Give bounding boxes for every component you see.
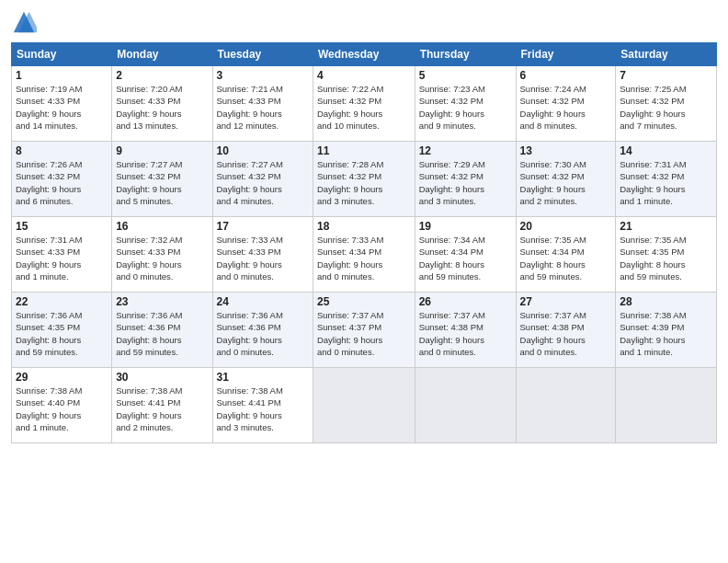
day-number: 17 [217, 220, 309, 233]
calendar-cell: 6Sunrise: 7:24 AM Sunset: 4:32 PM Daylig… [516, 66, 616, 142]
day-number: 16 [116, 220, 208, 233]
day-number: 26 [419, 295, 512, 308]
day-number: 10 [217, 144, 309, 157]
logo-icon [11, 9, 37, 35]
calendar-cell [516, 368, 616, 443]
calendar-header-saturday: Saturday [616, 43, 717, 66]
day-info: Sunrise: 7:34 AM Sunset: 4:34 PM Dayligh… [419, 234, 512, 282]
calendar-cell [415, 368, 516, 443]
day-info: Sunrise: 7:38 AM Sunset: 4:40 PM Dayligh… [16, 385, 108, 433]
day-info: Sunrise: 7:31 AM Sunset: 4:33 PM Dayligh… [16, 234, 108, 282]
day-info: Sunrise: 7:26 AM Sunset: 4:32 PM Dayligh… [16, 158, 108, 207]
day-info: Sunrise: 7:32 AM Sunset: 4:33 PM Dayligh… [116, 234, 208, 282]
calendar-table: SundayMondayTuesdayWednesdayThursdayFrid… [11, 42, 717, 443]
day-info: Sunrise: 7:22 AM Sunset: 4:32 PM Dayligh… [317, 83, 411, 132]
calendar-cell: 11Sunrise: 7:28 AM Sunset: 4:32 PM Dayli… [313, 142, 415, 217]
logo [11, 9, 40, 35]
header [11, 9, 717, 35]
calendar-cell: 31Sunrise: 7:38 AM Sunset: 4:41 PM Dayli… [212, 368, 313, 443]
day-number: 11 [317, 144, 411, 157]
day-number: 22 [16, 295, 108, 308]
calendar-header-tuesday: Tuesday [212, 43, 313, 66]
day-number: 24 [217, 295, 309, 308]
day-info: Sunrise: 7:23 AM Sunset: 4:32 PM Dayligh… [419, 83, 512, 132]
calendar-cell: 3Sunrise: 7:21 AM Sunset: 4:33 PM Daylig… [212, 66, 313, 142]
day-info: Sunrise: 7:20 AM Sunset: 4:33 PM Dayligh… [116, 83, 208, 132]
calendar-header-wednesday: Wednesday [313, 43, 415, 66]
calendar-cell: 9Sunrise: 7:27 AM Sunset: 4:32 PM Daylig… [112, 142, 212, 217]
calendar-cell: 25Sunrise: 7:37 AM Sunset: 4:37 PM Dayli… [313, 293, 415, 368]
day-number: 8 [16, 144, 108, 157]
day-number: 20 [520, 220, 612, 233]
day-info: Sunrise: 7:21 AM Sunset: 4:33 PM Dayligh… [217, 83, 309, 132]
day-info: Sunrise: 7:35 AM Sunset: 4:34 PM Dayligh… [520, 234, 612, 282]
day-info: Sunrise: 7:35 AM Sunset: 4:35 PM Dayligh… [620, 234, 712, 282]
day-info: Sunrise: 7:37 AM Sunset: 4:38 PM Dayligh… [520, 309, 612, 358]
calendar-cell: 14Sunrise: 7:31 AM Sunset: 4:32 PM Dayli… [616, 142, 717, 217]
day-number: 1 [16, 69, 108, 82]
day-number: 12 [419, 144, 512, 157]
day-number: 19 [419, 220, 512, 233]
calendar-cell: 30Sunrise: 7:38 AM Sunset: 4:41 PM Dayli… [112, 368, 212, 443]
calendar-week-3: 15Sunrise: 7:31 AM Sunset: 4:33 PM Dayli… [12, 217, 717, 293]
day-number: 3 [217, 69, 309, 82]
calendar-cell: 4Sunrise: 7:22 AM Sunset: 4:32 PM Daylig… [313, 66, 415, 142]
calendar-week-2: 8Sunrise: 7:26 AM Sunset: 4:32 PM Daylig… [12, 142, 717, 217]
calendar-body: 1Sunrise: 7:19 AM Sunset: 4:33 PM Daylig… [12, 66, 717, 443]
day-number: 14 [620, 144, 712, 157]
day-info: Sunrise: 7:38 AM Sunset: 4:39 PM Dayligh… [620, 309, 712, 358]
day-info: Sunrise: 7:28 AM Sunset: 4:32 PM Dayligh… [317, 158, 411, 207]
calendar-cell: 7Sunrise: 7:25 AM Sunset: 4:32 PM Daylig… [616, 66, 717, 142]
calendar-cell: 8Sunrise: 7:26 AM Sunset: 4:32 PM Daylig… [12, 142, 112, 217]
calendar-cell: 2Sunrise: 7:20 AM Sunset: 4:33 PM Daylig… [112, 66, 212, 142]
day-number: 13 [520, 144, 612, 157]
day-number: 23 [116, 295, 208, 308]
calendar-cell [313, 368, 415, 443]
day-number: 27 [520, 295, 612, 308]
main-container: SundayMondayTuesdayWednesdayThursdayFrid… [0, 0, 728, 451]
day-info: Sunrise: 7:38 AM Sunset: 4:41 PM Dayligh… [116, 385, 208, 433]
calendar-cell: 10Sunrise: 7:27 AM Sunset: 4:32 PM Dayli… [212, 142, 313, 217]
calendar-cell: 20Sunrise: 7:35 AM Sunset: 4:34 PM Dayli… [516, 217, 616, 293]
calendar-cell: 27Sunrise: 7:37 AM Sunset: 4:38 PM Dayli… [516, 293, 616, 368]
day-number: 9 [116, 144, 208, 157]
day-info: Sunrise: 7:27 AM Sunset: 4:32 PM Dayligh… [116, 158, 208, 207]
day-number: 18 [317, 220, 411, 233]
calendar-cell: 28Sunrise: 7:38 AM Sunset: 4:39 PM Dayli… [616, 293, 717, 368]
day-number: 30 [116, 371, 208, 384]
day-number: 15 [16, 220, 108, 233]
day-info: Sunrise: 7:33 AM Sunset: 4:33 PM Dayligh… [217, 234, 309, 282]
day-number: 7 [620, 69, 712, 82]
calendar-cell: 19Sunrise: 7:34 AM Sunset: 4:34 PM Dayli… [415, 217, 516, 293]
calendar-week-5: 29Sunrise: 7:38 AM Sunset: 4:40 PM Dayli… [12, 368, 717, 443]
calendar-header-friday: Friday [516, 43, 616, 66]
calendar-cell: 29Sunrise: 7:38 AM Sunset: 4:40 PM Dayli… [12, 368, 112, 443]
day-info: Sunrise: 7:33 AM Sunset: 4:34 PM Dayligh… [317, 234, 411, 282]
day-info: Sunrise: 7:29 AM Sunset: 4:32 PM Dayligh… [419, 158, 512, 207]
day-number: 2 [116, 69, 208, 82]
calendar-cell: 1Sunrise: 7:19 AM Sunset: 4:33 PM Daylig… [12, 66, 112, 142]
day-info: Sunrise: 7:36 AM Sunset: 4:35 PM Dayligh… [16, 309, 108, 358]
day-info: Sunrise: 7:19 AM Sunset: 4:33 PM Dayligh… [16, 83, 108, 132]
calendar-cell: 21Sunrise: 7:35 AM Sunset: 4:35 PM Dayli… [616, 217, 717, 293]
day-number: 31 [217, 371, 309, 384]
day-info: Sunrise: 7:37 AM Sunset: 4:37 PM Dayligh… [317, 309, 411, 358]
calendar-cell: 26Sunrise: 7:37 AM Sunset: 4:38 PM Dayli… [415, 293, 516, 368]
calendar-week-4: 22Sunrise: 7:36 AM Sunset: 4:35 PM Dayli… [12, 293, 717, 368]
calendar-cell: 24Sunrise: 7:36 AM Sunset: 4:36 PM Dayli… [212, 293, 313, 368]
calendar-cell: 15Sunrise: 7:31 AM Sunset: 4:33 PM Dayli… [12, 217, 112, 293]
day-info: Sunrise: 7:38 AM Sunset: 4:41 PM Dayligh… [217, 385, 309, 433]
day-number: 5 [419, 69, 512, 82]
calendar-cell: 17Sunrise: 7:33 AM Sunset: 4:33 PM Dayli… [212, 217, 313, 293]
day-number: 21 [620, 220, 712, 233]
day-info: Sunrise: 7:30 AM Sunset: 4:32 PM Dayligh… [520, 158, 612, 207]
calendar-header-sunday: Sunday [12, 43, 112, 66]
day-info: Sunrise: 7:36 AM Sunset: 4:36 PM Dayligh… [116, 309, 208, 358]
calendar-cell: 12Sunrise: 7:29 AM Sunset: 4:32 PM Dayli… [415, 142, 516, 217]
calendar-header-thursday: Thursday [415, 43, 516, 66]
day-info: Sunrise: 7:24 AM Sunset: 4:32 PM Dayligh… [520, 83, 612, 132]
day-info: Sunrise: 7:27 AM Sunset: 4:32 PM Dayligh… [217, 158, 309, 207]
calendar-cell: 5Sunrise: 7:23 AM Sunset: 4:32 PM Daylig… [415, 66, 516, 142]
day-number: 25 [317, 295, 411, 308]
day-info: Sunrise: 7:31 AM Sunset: 4:32 PM Dayligh… [620, 158, 712, 207]
